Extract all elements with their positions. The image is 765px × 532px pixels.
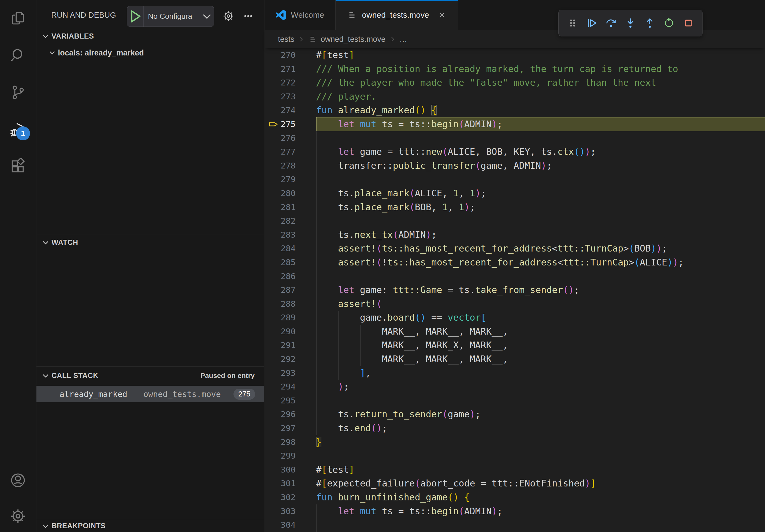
more-actions-icon[interactable] [241,9,256,24]
breakpoint-gutter[interactable] [265,256,281,269]
code-line-content[interactable] [316,172,765,186]
line-number[interactable]: 281 [281,200,296,214]
line-number[interactable]: 290 [281,325,296,339]
code-line-content[interactable]: let mut ts = ts::begin(ADMIN); [316,504,765,518]
variables-scope-row[interactable]: locals: already_marked [36,45,264,61]
line-number[interactable]: 282 [281,214,296,228]
breakpoint-gutter[interactable] [265,476,281,490]
restart-button[interactable] [661,14,677,32]
variables-section-header[interactable]: VARIABLES [36,29,264,43]
code-line-content[interactable]: ts.return_to_sender(game); [316,407,765,421]
breakpoint-gutter[interactable] [265,449,281,463]
code-line-content[interactable]: let game: ttt::Game = ts.take_from_sende… [316,283,765,297]
step-into-button[interactable] [623,14,638,32]
breadcrumb-item[interactable]: owned_tests.move [308,35,385,44]
breakpoint-gutter[interactable] [265,338,281,352]
breakpoint-gutter[interactable] [265,518,281,532]
breakpoint-gutter[interactable] [265,380,281,394]
line-number[interactable]: 292 [281,352,296,366]
launch-configuration-dropdown[interactable]: No Configura [127,6,214,27]
line-number[interactable]: 294 [281,380,296,394]
line-number[interactable]: 293 [281,366,296,380]
breakpoint-gutter[interactable] [265,214,281,228]
activity-run-debug[interactable]: 1 [10,121,26,138]
code-line-content[interactable]: ts.place_mark(BOB, 1, 1); [316,200,765,214]
breakpoint-gutter[interactable] [265,145,281,159]
breakpoint-gutter[interactable] [265,242,281,256]
code-line-content[interactable]: /// the player who made the "false" move… [316,76,765,90]
breakpoint-gutter[interactable] [265,117,281,131]
line-number[interactable]: 289 [281,311,296,325]
line-number[interactable]: 296 [281,407,296,421]
line-number[interactable]: 299 [281,449,296,463]
line-number[interactable]: 295 [281,394,296,408]
breakpoint-gutter[interactable] [265,186,281,200]
code-line-content[interactable]: assert!(ts::has_most_recent_for_address<… [316,242,765,256]
line-number[interactable]: 270 [281,48,296,62]
code-line-content[interactable]: ts.place_mark(ALICE, 1, 1); [316,186,765,200]
code-editor[interactable]: 270#[test]271/// When a position is alre… [265,48,765,532]
breakpoint-gutter[interactable] [265,352,281,366]
activity-source-control[interactable] [10,84,26,101]
code-line-content[interactable]: transfer::public_transfer(game, ADMIN); [316,159,765,173]
breakpoint-gutter[interactable] [265,283,281,297]
step-out-button[interactable] [642,14,657,32]
tab-owned-tests-move[interactable]: owned_tests.move [336,0,458,30]
breakpoint-gutter[interactable] [265,76,281,90]
breakpoint-gutter[interactable] [265,394,281,408]
line-number[interactable]: 280 [281,186,296,200]
code-line-content[interactable]: assert!( [316,297,765,311]
line-number[interactable]: 273 [281,90,296,104]
breakpoint-gutter[interactable] [265,104,281,117]
breakpoint-gutter[interactable] [265,435,281,449]
breakpoint-gutter[interactable] [265,90,281,104]
continue-button[interactable] [584,14,600,32]
line-number[interactable]: 303 [281,504,296,518]
close-icon[interactable] [437,10,447,20]
breakpoint-gutter[interactable] [265,407,281,421]
breakpoint-gutter[interactable] [265,228,281,242]
line-number[interactable]: 302 [281,490,296,504]
line-number[interactable]: 297 [281,421,296,435]
breakpoint-gutter[interactable] [265,311,281,325]
activity-extensions[interactable] [10,158,26,175]
breakpoint-gutter[interactable] [265,131,281,145]
line-number[interactable]: 291 [281,338,296,352]
code-line-content[interactable] [316,131,765,145]
breadcrumb-item[interactable]: tests [278,35,294,44]
code-line-content[interactable]: ], [316,366,765,380]
code-line-content[interactable] [316,269,765,283]
breakpoints-section-header[interactable]: BREAKPOINTS [36,520,264,532]
code-line-content[interactable]: let game = ttt::new(ALICE, BOB, KEY, ts.… [316,145,765,159]
code-line-content[interactable]: ts.next_tx(ADMIN); [316,228,765,242]
line-number[interactable]: 284 [281,242,296,256]
activity-account[interactable] [10,472,26,489]
breakpoint-gutter[interactable] [265,325,281,339]
breakpoint-gutter[interactable] [265,366,281,380]
line-number[interactable]: 287 [281,283,296,297]
breakpoint-gutter[interactable] [265,172,281,186]
watch-section-header[interactable]: WATCH [36,234,264,251]
line-number[interactable]: 283 [281,228,296,242]
code-line-content[interactable]: let mut ts = ts::begin(ADMIN); [316,117,765,131]
breakpoint-gutter[interactable] [265,463,281,477]
code-line-content[interactable]: MARK__, MARK__, MARK__, [316,352,765,366]
code-line-content[interactable] [316,518,765,532]
activity-settings[interactable] [10,508,26,524]
breakpoint-gutter[interactable] [265,62,281,76]
start-debugging-button[interactable] [127,6,144,27]
debug-settings-gear-icon[interactable] [221,9,236,24]
code-line-content[interactable]: #[expected_failure(abort_code = ttt::ENo… [316,476,765,490]
line-number[interactable]: 300 [281,463,296,477]
line-number[interactable]: 288 [281,297,296,311]
step-over-button[interactable] [603,14,619,32]
line-number[interactable]: 304 [281,518,296,532]
code-line-content[interactable]: assert!(!ts::has_most_recent_for_address… [316,256,765,269]
activity-search[interactable] [10,47,26,64]
line-number[interactable]: 271 [281,62,296,76]
line-number[interactable]: 275 [281,117,296,131]
line-number[interactable]: 298 [281,435,296,449]
line-number[interactable]: 276 [281,131,296,145]
line-number[interactable]: 277 [281,145,296,159]
breadcrumb-item[interactable]: … [399,35,407,44]
